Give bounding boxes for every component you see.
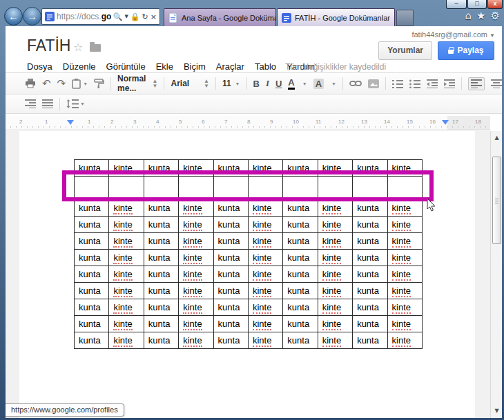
- table-cell[interactable]: kunta: [144, 316, 178, 332]
- search-icon[interactable]: 🔍: [113, 12, 123, 21]
- stop-icon[interactable]: ×: [151, 12, 157, 21]
- table-cell[interactable]: kinte: [387, 316, 422, 332]
- table-cell[interactable]: kunta: [213, 299, 248, 316]
- text-color-dropdown-icon[interactable]: ▼: [302, 81, 307, 86]
- table-cell[interactable]: kinte: [109, 250, 144, 266]
- table-cell[interactable]: kinte: [318, 233, 352, 250]
- increase-indent-icon[interactable]: [444, 79, 455, 88]
- table-cell[interactable]: kinte: [387, 217, 422, 233]
- table-cell[interactable]: kinte: [109, 266, 144, 283]
- table-cell[interactable]: kunta: [75, 266, 109, 283]
- highlight-color-button[interactable]: A: [313, 79, 324, 89]
- table-cell[interactable]: kunta: [353, 283, 387, 299]
- account-menu[interactable]: fatih44srg@gmail.com ▼: [411, 30, 495, 39]
- table-cell[interactable]: kunta: [283, 266, 318, 283]
- back-button[interactable]: ←: [4, 7, 23, 26]
- table-cell[interactable]: kunta: [283, 200, 318, 217]
- table-cell[interactable]: kinte: [109, 200, 144, 217]
- tab-ana-sayfa[interactable]: Ana Sayfa - Google Dokümanlar: [164, 8, 276, 26]
- table-cell[interactable]: kinte: [248, 283, 282, 299]
- table-cell[interactable]: kunta: [283, 217, 318, 233]
- scrollbar-thumb[interactable]: [492, 157, 501, 244]
- table-cell[interactable]: kinte: [318, 217, 352, 233]
- table-cell[interactable]: kinte: [179, 200, 213, 217]
- table-cell[interactable]: kunta: [213, 283, 248, 299]
- table-cell[interactable]: kinte: [179, 233, 213, 250]
- table-cell[interactable]: kinte: [387, 250, 422, 266]
- table-cell[interactable]: kinte: [387, 200, 422, 217]
- tab-fatih[interactable]: FATİH - Google Dokümanlar ×: [277, 8, 395, 26]
- url-text[interactable]: https://docs.goo...: [57, 12, 111, 21]
- table-cell[interactable]: kinte: [387, 332, 422, 349]
- table-cell[interactable]: kunta: [353, 332, 387, 349]
- table-cell[interactable]: kinte: [248, 266, 282, 283]
- table-cell[interactable]: kunta: [75, 217, 109, 233]
- table-cell[interactable]: kunta: [283, 233, 318, 250]
- table-cell[interactable]: kunta: [353, 217, 387, 233]
- home-icon[interactable]: ⌂: [465, 10, 472, 22]
- web-clipboard-icon[interactable]: ▼: [72, 79, 88, 89]
- new-tab-button[interactable]: [396, 10, 414, 26]
- line-spacing-icon[interactable]: ▼: [66, 99, 85, 108]
- left-margin-marker[interactable]: [67, 120, 74, 125]
- table-cell[interactable]: kinte: [318, 266, 352, 283]
- ruler[interactable]: 2112345678910111213141516171819: [6, 116, 490, 130]
- table-cell[interactable]: kinte: [318, 299, 352, 316]
- table-cell[interactable]: kinte: [248, 250, 282, 266]
- table-cell[interactable]: kinte: [248, 200, 282, 217]
- table-cell[interactable]: kunta: [283, 332, 318, 349]
- table-cell[interactable]: kinte: [318, 316, 352, 332]
- table-cell[interactable]: kinte: [248, 233, 282, 250]
- redo-icon[interactable]: ↷: [57, 77, 66, 90]
- table-cell[interactable]: kunta: [353, 316, 387, 332]
- undo-icon[interactable]: ↶: [42, 77, 51, 90]
- underline-button[interactable]: U: [275, 79, 282, 89]
- table-cell[interactable]: kinte: [318, 200, 352, 217]
- settings-gear-icon[interactable]: ⚙: [491, 10, 500, 22]
- scroll-down-icon[interactable]: ▼: [492, 406, 502, 417]
- search-dropdown-icon[interactable]: ▼: [124, 14, 128, 19]
- numbered-list-icon[interactable]: [392, 79, 403, 88]
- table-cell[interactable]: kinte: [109, 233, 144, 250]
- table-cell[interactable]: kunta: [75, 316, 109, 332]
- table-cell[interactable]: kinte: [109, 299, 144, 316]
- refresh-icon[interactable]: ↻: [142, 12, 148, 21]
- table-cell[interactable]: kunta: [213, 250, 248, 266]
- align-left-button[interactable]: [468, 77, 485, 90]
- table-cell[interactable]: kunta: [144, 332, 178, 349]
- font-dropdown[interactable]: Arial▲▼: [171, 79, 209, 88]
- table-cell[interactable]: kunta: [144, 299, 178, 316]
- table-cell[interactable]: kunta: [353, 266, 387, 283]
- menu-item-3[interactable]: Görüntüle: [106, 61, 146, 72]
- table-cell[interactable]: kunta: [144, 217, 178, 233]
- table-cell[interactable]: kunta: [283, 283, 318, 299]
- table-cell[interactable]: kinte: [109, 316, 144, 332]
- menu-item-6[interactable]: Araçlar: [216, 61, 244, 72]
- justify-button[interactable]: [42, 99, 53, 108]
- table-cell[interactable]: kinte: [179, 299, 213, 316]
- comments-button[interactable]: Yorumlar: [378, 41, 432, 60]
- table-cell[interactable]: kinte: [387, 299, 422, 316]
- bold-button[interactable]: B: [253, 79, 260, 89]
- table-cell[interactable]: kunta: [353, 200, 387, 217]
- table-cell[interactable]: kunta: [353, 233, 387, 250]
- table-cell[interactable]: kinte: [248, 332, 282, 349]
- table-cell[interactable]: kunta: [144, 200, 178, 217]
- table-cell[interactable]: kunta: [353, 299, 387, 316]
- table-cell[interactable]: kinte: [179, 250, 213, 266]
- table-cell[interactable]: kunta: [213, 316, 248, 332]
- table-cell[interactable]: kunta: [144, 233, 178, 250]
- table-cell[interactable]: kunta: [283, 299, 318, 316]
- favorites-star-icon[interactable]: ★: [476, 10, 485, 22]
- table-cell[interactable]: kinte: [179, 217, 213, 233]
- table-cell[interactable]: kinte: [109, 283, 144, 299]
- align-center-button[interactable]: [491, 79, 502, 88]
- styles-dropdown[interactable]: Normal me...▲▼: [117, 74, 157, 93]
- highlight-dropdown-icon[interactable]: ▼: [331, 81, 336, 86]
- menu-item-1[interactable]: Dosya: [27, 61, 52, 72]
- paint-format-icon[interactable]: [94, 79, 104, 88]
- table-cell[interactable]: kunta: [144, 266, 178, 283]
- table-cell[interactable]: kinte: [179, 332, 213, 349]
- table-cell[interactable]: kunta: [75, 299, 109, 316]
- menu-item-7[interactable]: Tablo: [255, 61, 276, 72]
